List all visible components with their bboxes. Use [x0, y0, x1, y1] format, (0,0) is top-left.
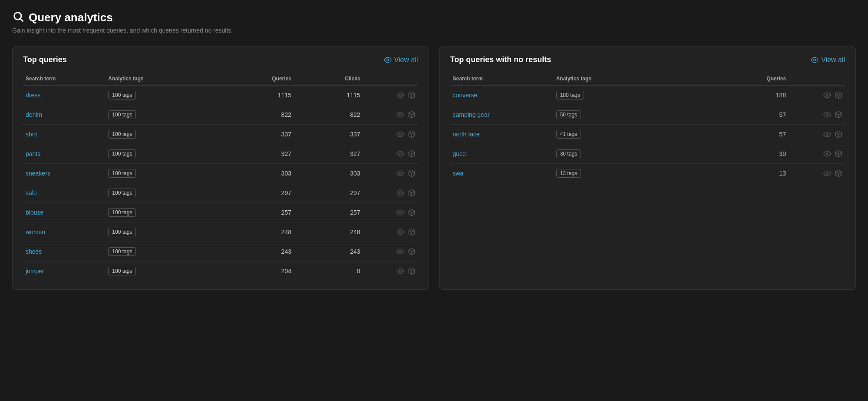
view-icon[interactable] [396, 91, 404, 99]
view-icon[interactable] [396, 150, 404, 158]
queries-value: 57 [695, 125, 789, 144]
no-results-view-all-label: View all [821, 56, 845, 64]
tag-badge: 30 tags [556, 149, 581, 158]
page-subtitle: Gain insight into the most frequent quer… [12, 27, 856, 34]
page-header: Query analytics [12, 10, 856, 24]
svg-point-21 [399, 270, 401, 272]
top-queries-table: Search term Analytics tags Queries Click… [23, 72, 418, 281]
search-term-link[interactable]: denim [26, 111, 42, 118]
svg-point-15 [399, 212, 401, 214]
view-icon[interactable] [396, 267, 404, 275]
box-icon[interactable] [835, 150, 842, 158]
search-term-link[interactable]: dress [26, 92, 40, 99]
top-queries-title: Top queries [23, 55, 67, 64]
box-icon[interactable] [408, 111, 416, 119]
search-term-link[interactable]: jumper [26, 268, 44, 275]
queries-value: 188 [695, 86, 789, 105]
tag-badge: 100 tags [108, 110, 136, 119]
search-term-link[interactable]: blouse [26, 209, 43, 216]
view-icon[interactable] [823, 91, 831, 99]
search-term-link[interactable]: swa [453, 170, 464, 177]
box-icon[interactable] [408, 209, 416, 216]
view-icon[interactable] [396, 209, 404, 216]
search-term-link[interactable]: pants [26, 150, 40, 157]
box-icon[interactable] [408, 91, 416, 99]
box-icon[interactable] [835, 91, 842, 99]
page-title: Query analytics [29, 11, 113, 24]
table-row: camping gear 50 tags 57 [450, 105, 845, 125]
box-icon[interactable] [835, 111, 842, 119]
box-icon[interactable] [408, 150, 416, 158]
queries-value: 257 [225, 203, 294, 222]
tag-badge: 41 tags [556, 130, 581, 139]
table-row: shoes 100 tags 243 243 [23, 242, 418, 262]
view-icon[interactable] [396, 228, 404, 236]
svg-point-23 [814, 59, 816, 61]
top-queries-panel: Top queries View all Search term Analyti… [12, 46, 429, 290]
svg-point-28 [826, 133, 828, 136]
svg-line-1 [20, 19, 23, 21]
svg-point-32 [826, 172, 828, 175]
queries-value: 1115 [225, 86, 294, 105]
search-term-link[interactable]: camping gear [453, 111, 490, 118]
box-icon[interactable] [408, 267, 416, 275]
svg-point-30 [826, 153, 828, 155]
view-icon[interactable] [823, 111, 831, 119]
queries-value: 57 [695, 105, 789, 125]
search-term-link[interactable]: shoes [26, 248, 42, 255]
box-icon[interactable] [408, 248, 416, 255]
tag-badge: 13 tags [556, 169, 581, 178]
queries-value: 13 [695, 164, 789, 183]
col-analytics-tags: Analytics tags [106, 72, 225, 86]
queries-value: 337 [225, 125, 294, 144]
table-row: sale 100 tags 297 297 [23, 183, 418, 203]
search-term-link[interactable]: women [26, 229, 45, 235]
svg-point-17 [399, 231, 401, 233]
tag-badge: 100 tags [556, 91, 584, 99]
search-term-link[interactable]: sneakers [26, 170, 50, 177]
no-results-header: Top queries with no results View all [450, 55, 845, 64]
box-icon[interactable] [408, 189, 416, 197]
clicks-value: 337 [294, 125, 363, 144]
table-row: denim 100 tags 822 822 [23, 105, 418, 125]
tag-badge: 100 tags [108, 208, 136, 217]
tag-badge: 100 tags [108, 247, 136, 256]
box-icon[interactable] [835, 130, 842, 138]
box-icon[interactable] [408, 130, 416, 138]
tag-badge: 100 tags [108, 267, 136, 275]
clicks-value: 0 [294, 262, 363, 281]
table-row: dress 100 tags 1115 1115 [23, 86, 418, 105]
view-icon[interactable] [823, 150, 831, 158]
view-icon[interactable] [823, 130, 831, 138]
no-results-view-all-button[interactable]: View all [811, 56, 845, 64]
view-icon[interactable] [396, 111, 404, 119]
panels-container: Top queries View all Search term Analyti… [12, 46, 856, 290]
table-row: swa 13 tags 13 [450, 164, 845, 183]
view-icon[interactable] [823, 169, 831, 177]
top-queries-view-all-button[interactable]: View all [384, 56, 418, 64]
svg-point-11 [399, 172, 401, 175]
box-icon[interactable] [408, 228, 416, 236]
top-queries-view-all-label: View all [394, 56, 418, 64]
view-icon[interactable] [396, 169, 404, 177]
eye-icon-nr [811, 56, 818, 64]
queries-value: 303 [225, 164, 294, 183]
search-term-link[interactable]: sale [26, 189, 37, 196]
col-search-term: Search term [23, 72, 106, 86]
table-row: jumper 100 tags 204 0 [23, 262, 418, 281]
view-icon[interactable] [396, 189, 404, 197]
table-row: north face 41 tags 57 [450, 125, 845, 144]
tag-badge: 100 tags [108, 149, 136, 158]
search-term-link[interactable]: converse [453, 92, 478, 99]
view-icon[interactable] [396, 248, 404, 255]
svg-point-24 [826, 94, 828, 96]
box-icon[interactable] [835, 169, 842, 177]
svg-point-2 [386, 59, 389, 61]
view-icon[interactable] [396, 130, 404, 138]
search-term-link[interactable]: north face [453, 131, 480, 138]
search-term-link[interactable]: shirt [26, 131, 37, 138]
box-icon[interactable] [408, 169, 416, 177]
clicks-value: 303 [294, 164, 363, 183]
nr-col-queries: Queries [695, 72, 789, 86]
search-term-link[interactable]: gucci [453, 150, 467, 157]
